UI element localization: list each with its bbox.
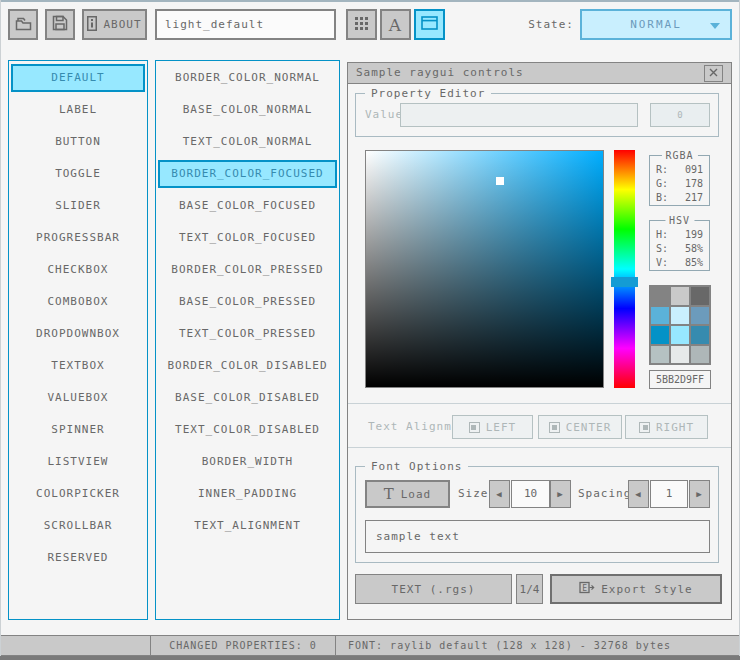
- value-row: B:217: [656, 191, 703, 205]
- color-swatch[interactable]: [671, 287, 689, 305]
- panel-title: Sample raygui controls: [356, 66, 524, 79]
- property-item-border_color_pressed[interactable]: BORDER_COLOR_PRESSED: [158, 256, 337, 284]
- value-spinner-label: 0: [677, 110, 682, 120]
- control-item-spinner[interactable]: SPINNER: [11, 416, 145, 444]
- color-swatch[interactable]: [651, 346, 669, 364]
- export-style-button[interactable]: E Export Style: [550, 574, 722, 604]
- value-row: R:091: [656, 163, 703, 177]
- control-item-progressbar[interactable]: PROGRESSBAR: [11, 224, 145, 252]
- arrow-left-icon: ◀: [496, 489, 502, 499]
- property-item-border_color_focused[interactable]: BORDER_COLOR_FOCUSED: [158, 160, 337, 188]
- rgba-label: RGBA: [661, 149, 697, 162]
- property-item-border_width[interactable]: BORDER_WIDTH: [158, 448, 337, 476]
- color-swatch[interactable]: [671, 346, 689, 364]
- color-swatch[interactable]: [671, 326, 689, 344]
- size-decrease-button[interactable]: ◀: [489, 480, 510, 508]
- control-item-listview[interactable]: LISTVIEW: [11, 448, 145, 476]
- control-item-checkbox[interactable]: CHECKBOX: [11, 256, 145, 284]
- hsv-group: HSV H:199S:58%V:85%: [649, 220, 710, 271]
- color-saturation-value-panel[interactable]: [365, 150, 604, 388]
- property-item-base_color_disabled[interactable]: BASE_COLOR_DISABLED: [158, 384, 337, 412]
- window-border-left: [0, 0, 1, 660]
- state-dropdown-value: NORMAL: [630, 18, 682, 31]
- control-item-toggle[interactable]: TOGGLE: [11, 160, 145, 188]
- spacing-increase-button[interactable]: ▶: [689, 480, 710, 508]
- property-item-text_color_pressed[interactable]: TEXT_COLOR_PRESSED: [158, 320, 337, 348]
- align-center-label: CENTER: [566, 421, 612, 434]
- value-key: G:: [656, 177, 668, 191]
- property-item-inner_padding[interactable]: INNER_PADDING: [158, 480, 337, 508]
- color-swatch[interactable]: [691, 307, 709, 325]
- property-item-base_color_focused[interactable]: BASE_COLOR_FOCUSED: [158, 192, 337, 220]
- align-right-label: RIGHT: [656, 421, 694, 434]
- hue-slider-handle[interactable]: [611, 277, 638, 287]
- control-item-dropdownbox[interactable]: DROPDOWNBOX: [11, 320, 145, 348]
- color-swatch[interactable]: [651, 307, 669, 325]
- state-dropdown[interactable]: NORMAL: [580, 9, 732, 40]
- controls-view-button[interactable]: [414, 9, 445, 40]
- color-swatch[interactable]: [651, 287, 669, 305]
- property-item-base_color_normal[interactable]: BASE_COLOR_NORMAL: [158, 96, 337, 124]
- color-swatch[interactable]: [691, 287, 709, 305]
- panel-titlebar[interactable]: Sample raygui controls: [348, 63, 731, 84]
- value-number: 178: [685, 177, 703, 191]
- property-item-text_alignment[interactable]: TEXT_ALIGNMENT: [158, 512, 337, 540]
- color-marker[interactable]: [496, 177, 504, 185]
- save-style-button[interactable]: [45, 9, 75, 40]
- property-item-border_color_normal[interactable]: BORDER_COLOR_NORMAL: [158, 64, 337, 92]
- section-divider: [348, 447, 731, 448]
- control-item-slider[interactable]: SLIDER: [11, 192, 145, 220]
- spacing-value[interactable]: 1: [650, 480, 688, 508]
- color-swatch[interactable]: [651, 326, 669, 344]
- color-swatch[interactable]: [691, 326, 709, 344]
- property-item-text_color_normal[interactable]: TEXT_COLOR_NORMAL: [158, 128, 337, 156]
- rgba-values: R:091G:178B:217: [650, 156, 709, 205]
- font-view-button[interactable]: A: [380, 9, 411, 40]
- value-spinner-button[interactable]: 0: [650, 103, 710, 127]
- arrow-right-icon: ▶: [557, 489, 563, 499]
- align-left-button[interactable]: LEFT: [452, 415, 533, 439]
- hex-color-value[interactable]: 5BB2D9FF: [649, 370, 711, 389]
- control-item-reserved[interactable]: RESERVED: [11, 544, 145, 572]
- table-view-button[interactable]: [346, 9, 377, 40]
- value-input[interactable]: [400, 103, 638, 127]
- control-item-combobox[interactable]: COMBOBOX: [11, 288, 145, 316]
- load-font-button[interactable]: T Load: [365, 480, 450, 508]
- property-item-text_color_disabled[interactable]: TEXT_COLOR_DISABLED: [158, 416, 337, 444]
- color-swatch[interactable]: [691, 346, 709, 364]
- color-swatch[interactable]: [671, 307, 689, 325]
- property-item-text_color_focused[interactable]: TEXT_COLOR_FOCUSED: [158, 224, 337, 252]
- control-item-valuebox[interactable]: VALUEBOX: [11, 384, 145, 412]
- align-right-button[interactable]: RIGHT: [625, 415, 708, 439]
- hue-slider[interactable]: [614, 150, 635, 388]
- value-number: 58%: [685, 242, 703, 256]
- control-item-button[interactable]: BUTTON: [11, 128, 145, 156]
- value-number: 091: [685, 163, 703, 177]
- property-item-border_color_disabled[interactable]: BORDER_COLOR_DISABLED: [158, 352, 337, 380]
- style-color-swatches: [649, 285, 711, 365]
- value-key: V:: [656, 256, 668, 270]
- open-style-button[interactable]: [8, 9, 38, 40]
- sample-text-box[interactable]: sample text: [365, 520, 710, 553]
- arrow-right-icon: ▶: [696, 489, 702, 499]
- about-button[interactable]: ABOUT: [82, 9, 147, 40]
- size-increase-button[interactable]: ▶: [550, 480, 571, 508]
- export-file-icon: E: [579, 581, 595, 597]
- control-item-label[interactable]: LABEL: [11, 96, 145, 124]
- control-item-textbox[interactable]: TEXTBOX: [11, 352, 145, 380]
- style-name-input[interactable]: [155, 9, 336, 40]
- align-center-button[interactable]: CENTER: [538, 415, 622, 439]
- controls-listview: DEFAULTLABELBUTTONTOGGLESLIDERPROGRESSBA…: [8, 60, 148, 620]
- value-number: 199: [685, 228, 703, 242]
- panel-close-button[interactable]: [704, 65, 723, 82]
- control-item-colorpicker[interactable]: COLORPICKER: [11, 480, 145, 508]
- export-format-button[interactable]: TEXT (.rgs): [355, 574, 512, 604]
- page-counter-button[interactable]: 1/4: [516, 574, 543, 604]
- property-item-base_color_pressed[interactable]: BASE_COLOR_PRESSED: [158, 288, 337, 316]
- control-item-default[interactable]: DEFAULT: [11, 64, 145, 92]
- align-left-label: LEFT: [486, 421, 517, 434]
- window-panel-icon: [421, 16, 438, 33]
- control-item-scrollbar[interactable]: SCROLLBAR: [11, 512, 145, 540]
- size-value[interactable]: 10: [511, 480, 550, 508]
- spacing-decrease-button[interactable]: ◀: [628, 480, 649, 508]
